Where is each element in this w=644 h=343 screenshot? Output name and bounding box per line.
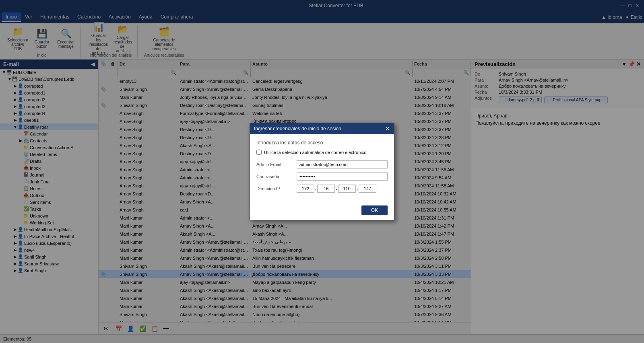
ip-part-3[interactable] xyxy=(338,185,356,193)
modal-ok-button[interactable]: OK xyxy=(361,205,388,215)
admin-email-row: Admin Email : xyxy=(256,160,388,168)
modal-intro: Introduzca los datos de acceso xyxy=(256,140,388,146)
password-row: Contraseña: xyxy=(256,173,388,181)
password-label: Contraseña: xyxy=(256,174,297,179)
modal-title: Ingresar credenciales de inicio de sesió… xyxy=(254,126,341,131)
ip-row: Dirección IP: . . . xyxy=(256,185,388,193)
modal-footer: OK xyxy=(250,202,394,220)
admin-email-label: Admin Email : xyxy=(256,162,297,167)
ip-dot-2: . xyxy=(336,186,337,191)
ip-dot-3: . xyxy=(357,186,358,191)
modal-overlay: Ingresar credenciales de inicio de sesió… xyxy=(0,0,644,343)
ip-part-4[interactable] xyxy=(359,185,376,193)
ip-input-group: . . . xyxy=(297,185,376,193)
modal-close-button[interactable]: ✕ xyxy=(385,125,390,132)
modal-body: Introduzca los datos de acceso Utilice l… xyxy=(250,134,394,202)
ip-part-2[interactable] xyxy=(317,185,335,193)
password-input[interactable] xyxy=(297,173,388,181)
login-modal: Ingresar credenciales de inicio de sesió… xyxy=(250,123,394,220)
ip-label: Dirección IP: xyxy=(256,186,297,191)
admin-email-input[interactable] xyxy=(297,160,388,168)
modal-title-bar: Ingresar credenciales de inicio de sesió… xyxy=(250,123,394,134)
auto-detect-checkbox[interactable] xyxy=(256,150,262,155)
auto-detect-label: Utilice la detección automática de corre… xyxy=(264,150,366,155)
modal-checkbox-row: Utilice la detección automática de corre… xyxy=(256,150,388,155)
ip-part-1[interactable] xyxy=(297,185,314,193)
ip-dot-1: . xyxy=(315,186,316,191)
